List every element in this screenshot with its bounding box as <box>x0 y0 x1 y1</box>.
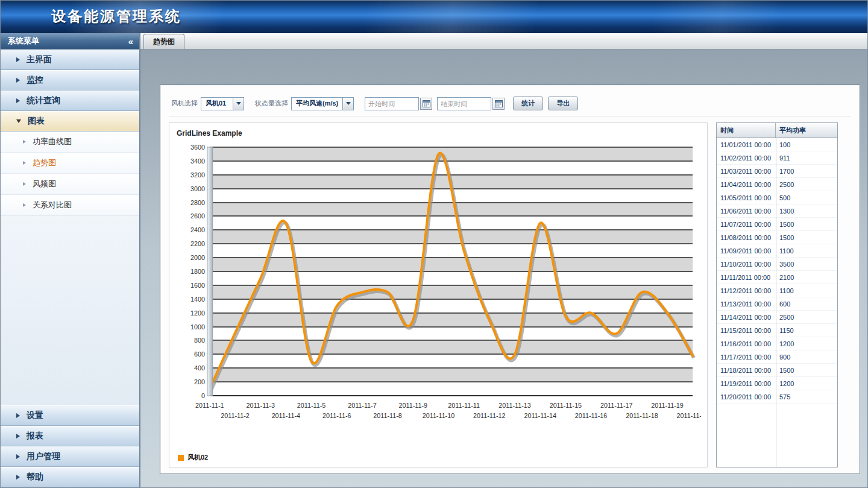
table-row[interactable]: 11/16/2011 00:001200 <box>717 337 837 350</box>
chevron-right-icon <box>16 475 20 480</box>
export-button[interactable]: 导出 <box>548 97 578 110</box>
sidebar-title: 系统菜单 <box>8 36 39 46</box>
table-row[interactable]: 11/05/2011 00:00500 <box>717 191 837 204</box>
x-axis-tick-label: 2011-11-18 <box>626 412 658 419</box>
end-time-calendar-button[interactable] <box>492 98 505 110</box>
grid-band <box>210 354 693 368</box>
sidebar-item-main-screen[interactable]: 主界面 <box>1 49 139 70</box>
fan-select-dropdown[interactable]: 风机01 <box>201 97 244 110</box>
app-header: 设备能源管理系统 <box>1 1 867 33</box>
table-cell-time: 11/20/2011 00:00 <box>717 393 776 401</box>
panel-body: GridLines Example 020040060080010001 <box>169 116 851 467</box>
table-row[interactable]: 11/08/2011 00:001500 <box>717 231 837 244</box>
chart-vertical-scrollbar[interactable] <box>207 147 213 396</box>
tab-bar: 趋势图 <box>140 33 867 49</box>
table-cell-power: 1500 <box>776 234 797 241</box>
start-time-input[interactable] <box>365 97 419 110</box>
chevron-right-icon <box>23 182 26 186</box>
table-row[interactable]: 11/06/2011 00:001300 <box>717 204 837 218</box>
status-select-label: 状态量选择 <box>255 99 288 108</box>
table-cell-time: 11/09/2011 00:00 <box>717 247 776 255</box>
grid-band <box>210 203 693 217</box>
x-axis-tick-label: 2011-11-7 <box>348 402 376 409</box>
y-axis-tick-label: 0 <box>201 392 205 399</box>
table-cell-time: 11/04/2011 00:00 <box>717 181 776 188</box>
table-row[interactable]: 11/15/2011 00:001150 <box>717 324 837 337</box>
data-table: 时间平均功率 11/01/2011 00:0010011/02/2011 00:… <box>716 122 838 467</box>
status-dropdown-button[interactable] <box>342 98 353 110</box>
sidebar-item-user-management[interactable]: 用户管理 <box>1 446 139 467</box>
collapse-sidebar-icon[interactable]: « <box>128 37 133 46</box>
sidebar-item-charts[interactable]: 图表 <box>1 111 139 132</box>
table-cell-time: 11/03/2011 00:00 <box>717 168 776 175</box>
sidebar-subitem-trend[interactable]: 趋势图 <box>1 153 139 174</box>
start-time-calendar-button[interactable] <box>420 98 432 110</box>
x-axis-tick-label: 2011-11-2 <box>221 412 249 419</box>
table-cell-time: 11/10/2011 00:00 <box>717 261 776 268</box>
sidebar-item-label: 主界面 <box>27 54 52 65</box>
table-row[interactable]: 11/01/2011 00:00100 <box>717 138 837 151</box>
table-cell-time: 11/13/2011 00:00 <box>717 300 776 308</box>
trend-panel: 风机选择 风机01 状态量选择 平均风速(m/s) <box>160 84 860 474</box>
table-cell-time: 11/17/2011 00:00 <box>717 353 776 361</box>
table-row[interactable]: 11/10/2011 00:003500 <box>717 258 837 271</box>
table-row[interactable]: 11/04/2011 00:002500 <box>717 178 837 191</box>
table-row[interactable]: 11/19/2011 00:001200 <box>717 377 837 390</box>
table-row[interactable]: 11/17/2011 00:00900 <box>717 350 837 364</box>
chevron-right-icon <box>16 98 20 103</box>
table-row[interactable]: 11/18/2011 00:001500 <box>717 364 837 377</box>
table-row[interactable]: 11/09/2011 00:001100 <box>717 244 837 258</box>
y-axis-tick-label: 3200 <box>190 171 205 179</box>
table-cell-power: 575 <box>776 393 794 401</box>
x-axis-tick-label: 2011-11-17 <box>600 402 632 409</box>
sidebar-item-label: 统计查询 <box>27 95 60 106</box>
app-title: 设备能源管理系统 <box>51 7 181 26</box>
sidebar-item-help[interactable]: 帮助 <box>1 467 139 487</box>
y-axis-tick-label: 1000 <box>190 323 205 330</box>
chevron-down-icon <box>346 102 351 105</box>
chevron-right-icon <box>23 161 26 165</box>
status-select-dropdown[interactable]: 平均风速(m/s) <box>291 97 354 110</box>
fan-dropdown-button[interactable] <box>233 98 244 110</box>
chevron-right-icon <box>23 140 26 144</box>
statistics-button[interactable]: 统计 <box>513 97 543 110</box>
grid-band <box>210 313 693 327</box>
grid-band <box>210 161 693 175</box>
table-cell-power: 600 <box>776 300 794 308</box>
end-time-input[interactable] <box>437 97 491 110</box>
table-row[interactable]: 11/13/2011 00:00600 <box>717 297 837 311</box>
x-axis-tick-label: 2011-11-20 <box>677 412 701 419</box>
sidebar: 系统菜单 « 主界面监控统计查询图表功率曲线图趋势图风频图关系对比图 设置报表用… <box>1 33 140 487</box>
trend-line-chart: 0200400600800100012001400160018002000220… <box>175 140 701 451</box>
x-axis-tick-label: 2011-11-19 <box>651 402 683 409</box>
main-area: 趋势图 风机选择 风机01 状态量选择 平均风速(m/s) <box>140 33 867 487</box>
y-axis-tick-label: 1200 <box>190 309 205 317</box>
x-axis-tick-label: 2011-11-1 <box>195 402 224 409</box>
table-row[interactable]: 11/03/2011 00:001700 <box>717 165 837 178</box>
table-cell-time: 11/06/2011 00:00 <box>717 208 776 215</box>
table-row[interactable]: 11/14/2011 00:002500 <box>717 311 837 324</box>
table-row[interactable]: 11/11/2011 00:002100 <box>717 271 837 284</box>
legend-swatch-icon <box>178 455 184 461</box>
table-row[interactable]: 11/12/2011 00:001100 <box>717 284 837 297</box>
sidebar-item-settings[interactable]: 设置 <box>1 405 139 426</box>
tab-trend-chart[interactable]: 趋势图 <box>143 34 184 49</box>
table-row[interactable]: 11/20/2011 00:00575 <box>717 390 837 404</box>
sidebar-item-monitoring[interactable]: 监控 <box>1 70 139 90</box>
calendar-icon <box>423 100 430 107</box>
sidebar-item-reports[interactable]: 报表 <box>1 426 139 446</box>
table-column-header[interactable]: 平均功率 <box>776 123 810 138</box>
sidebar-header: 系统菜单 « <box>1 33 139 49</box>
x-axis-tick-label: 2011-11-14 <box>524 412 556 419</box>
sidebar-subitem-wind-frequency[interactable]: 风频图 <box>1 174 139 195</box>
table-row[interactable]: 11/07/2011 00:001500 <box>717 218 837 231</box>
table-cell-power: 1500 <box>776 367 797 374</box>
sidebar-subitem-relation-compare[interactable]: 关系对比图 <box>1 195 139 216</box>
sidebar-subitem-power-curve[interactable]: 功率曲线图 <box>1 132 139 153</box>
table-cell-power: 1150 <box>776 327 797 334</box>
sidebar-item-stats-query[interactable]: 统计查询 <box>1 90 139 111</box>
table-row[interactable]: 11/02/2011 00:00911 <box>717 151 837 165</box>
x-axis-tick-label: 2011-11-16 <box>575 412 607 419</box>
table-column-header[interactable]: 时间 <box>717 123 776 138</box>
y-axis-tick-label: 2000 <box>190 254 205 261</box>
